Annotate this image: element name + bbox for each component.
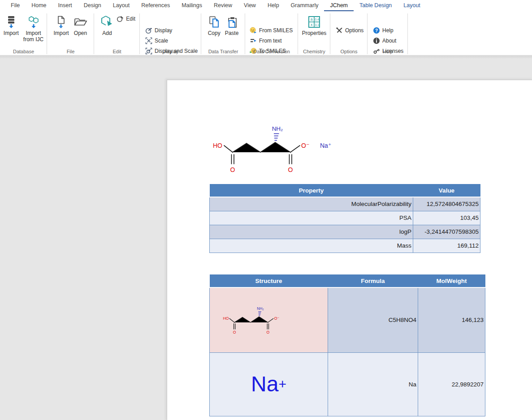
button-label: Help	[382, 27, 394, 34]
button-label: Display	[155, 27, 172, 34]
formula-header-cell[interactable]: Formula	[328, 274, 418, 287]
edit-icon	[117, 15, 124, 22]
scale-button[interactable]: Scale	[143, 36, 170, 45]
value-cell[interactable]: 12,5724804675325	[413, 197, 480, 211]
tab-layout-contextual[interactable]: Layout	[398, 0, 426, 11]
display-button[interactable]: Display	[143, 26, 174, 35]
button-label: Import	[4, 30, 19, 36]
properties-button[interactable]: a0.4x3.1 Properties	[300, 13, 329, 36]
molecule-structure-thumbnail[interactable]: HO O NH₂ O⁻ O	[220, 304, 295, 336]
group-label-options: Options	[330, 49, 368, 54]
ribbon-group-display: Display Scale Display and Scale Display	[140, 11, 201, 56]
ribbon-group-chemistry: a0.4x3.1 Properties Chemistry	[298, 11, 330, 56]
ribbon-group-options: Options Options	[330, 11, 368, 56]
atom-label-o-right: O	[288, 166, 293, 173]
atom-label-o-minus: O⁻	[274, 316, 279, 321]
molecule-structure-image[interactable]: HO O NH₂ O⁻ O Na⁺	[207, 120, 337, 176]
table-header-row: Structure Formula MolWeight	[210, 274, 485, 287]
molweight-cell[interactable]: 146,123	[418, 287, 485, 352]
tab-design[interactable]: Design	[78, 0, 107, 11]
copy-button[interactable]: Copy	[206, 13, 222, 36]
button-label: From text	[259, 38, 282, 44]
display-icon	[145, 27, 152, 34]
group-label-chemistry: Chemistry	[298, 49, 330, 54]
formula-cell[interactable]: C5H8NO4	[328, 287, 418, 352]
paste-button[interactable]: Paste	[223, 13, 241, 36]
table-row: MolecularPolarizability 12,5724804675325	[210, 197, 480, 211]
ribbon-group-database: Import Import from IJC Database	[0, 11, 47, 56]
help-button[interactable]: ? Help	[371, 26, 395, 35]
button-label: Paste	[225, 30, 239, 36]
tab-file[interactable]: File	[5, 0, 26, 11]
open-folder-icon	[74, 14, 88, 30]
tab-layout[interactable]: Layout	[107, 0, 136, 11]
edit-structure-button[interactable]: Edit	[115, 14, 137, 23]
sodium-ion-label: Na+	[251, 372, 286, 396]
tab-home[interactable]: Home	[26, 0, 52, 11]
value-cell[interactable]: 103,45	[413, 211, 480, 225]
property-cell[interactable]: Mass	[210, 239, 413, 253]
tab-table-design[interactable]: Table Design	[354, 0, 398, 11]
svg-text:a: a	[311, 17, 313, 21]
button-label: Open	[74, 30, 87, 36]
svg-text:3.1: 3.1	[315, 23, 319, 26]
import-from-database-button[interactable]: Import	[2, 13, 21, 43]
property-cell[interactable]: logP	[210, 225, 413, 239]
table-row: Mass 169,112	[210, 239, 480, 253]
add-structure-button[interactable]: Add	[99, 13, 116, 36]
svg-text:0.4: 0.4	[315, 18, 319, 21]
tab-grammarly[interactable]: Grammarly	[285, 0, 324, 11]
atom-label-o-left: O	[230, 166, 235, 173]
import-from-ijc-button[interactable]: Import from IJC	[22, 13, 45, 43]
structure-table: Structure Formula MolWeight HO	[209, 274, 485, 416]
molweight-header-cell[interactable]: MolWeight	[418, 274, 485, 287]
tab-review[interactable]: Review	[208, 0, 238, 11]
tab-help[interactable]: Help	[262, 0, 285, 11]
import-file-button[interactable]: Import	[52, 13, 70, 36]
tab-insert[interactable]: Insert	[52, 0, 78, 11]
value-cell[interactable]: -3,24144707598305	[413, 225, 480, 239]
structure-image-cell[interactable]: HO O NH₂ O⁻ O	[210, 287, 328, 352]
ribbon-group-help: ? Help About Licenses Help	[368, 11, 408, 56]
property-header-cell[interactable]: Property	[210, 184, 413, 197]
value-header-cell[interactable]: Value	[413, 184, 480, 197]
options-button[interactable]: Options	[334, 26, 365, 35]
button-label: Import	[26, 30, 41, 36]
svg-text:?: ?	[375, 28, 378, 33]
jchem-ribbon: Import Import from IJC Database Import	[0, 11, 532, 56]
structure-image-cell[interactable]: Na+	[210, 352, 328, 416]
scale-icon	[145, 37, 152, 44]
atom-label-ho: HO	[223, 316, 229, 321]
button-label: Import	[53, 30, 69, 36]
about-button[interactable]: About	[371, 36, 398, 45]
group-label-data-conversion: Data Conversion	[245, 49, 298, 54]
structure-header-cell[interactable]: Structure	[210, 274, 328, 287]
table-row: PSA 103,45	[210, 211, 480, 225]
open-file-button[interactable]: Open	[72, 13, 90, 36]
database-icon	[5, 14, 17, 30]
tab-jchem[interactable]: JChem	[324, 0, 354, 11]
from-text-button[interactable]: From text	[248, 36, 284, 45]
button-label: Scale	[155, 38, 168, 44]
tab-view[interactable]: View	[238, 0, 262, 11]
atom-label-nh2: NH₂	[272, 125, 283, 132]
tab-references[interactable]: References	[135, 0, 176, 11]
hexagons-icon	[27, 14, 40, 30]
button-label: Copy	[208, 30, 221, 36]
property-cell[interactable]: MolecularPolarizability	[210, 197, 413, 211]
tab-mailings[interactable]: Mailings	[176, 0, 208, 11]
property-cell[interactable]: PSA	[210, 211, 413, 225]
ribbon-group-file: Import Open File	[47, 11, 94, 56]
button-label: Properties	[302, 30, 327, 36]
property-table: Property Value MolecularPolarizability 1…	[209, 184, 480, 253]
table-header-row: Property Value	[210, 184, 480, 197]
formula-cell[interactable]: Na	[328, 352, 418, 416]
help-icon: ?	[373, 27, 380, 34]
counter-ion-label: Na⁺	[320, 142, 331, 149]
molweight-cell[interactable]: 22,9892207	[418, 352, 485, 416]
ribbon-bottom-shadow	[0, 56, 532, 59]
ribbon-tab-bar: File Home Insert Design Layout Reference…	[0, 0, 532, 11]
value-cell[interactable]: 169,112	[413, 239, 480, 253]
properties-grid-icon: a0.4x3.1	[308, 14, 320, 30]
from-smiles-button[interactable]: From SMILES	[248, 26, 294, 35]
